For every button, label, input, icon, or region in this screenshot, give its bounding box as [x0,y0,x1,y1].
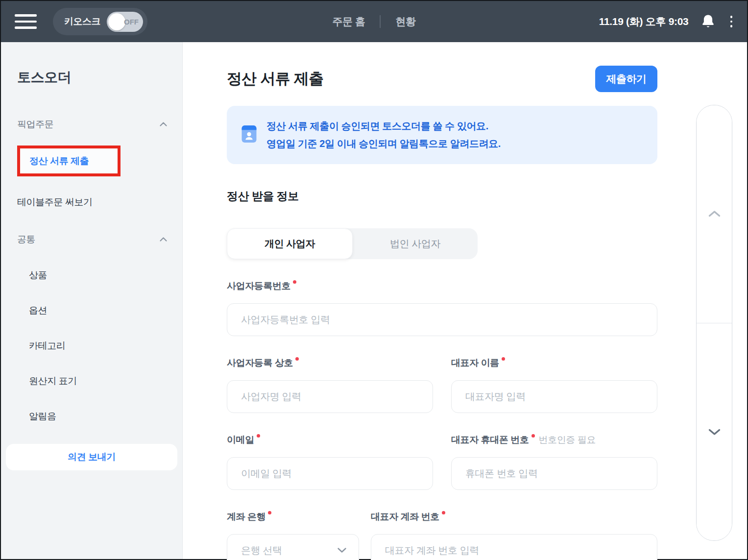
id-card-icon [241,125,257,145]
scroll-up-button[interactable] [697,105,732,323]
required-dot [257,434,260,438]
field-label: 사업자등록번호 [227,280,657,292]
tab-corporate-business[interactable]: 법인 사업자 [353,228,478,259]
scroll-down-button[interactable] [697,323,732,541]
sidebar-item-products[interactable]: 상품 [29,269,182,281]
page-body: 토스오더 픽업주문 정산 서류 제출 테이블주문 써보기 공통 상품 옵션 카테… [1,42,747,559]
nav-divider [380,15,381,28]
toggle-state-label: OFF [124,18,139,26]
toggle-knob [108,13,125,30]
topbar-right: 11.19 (화) 오후 9:03 [599,14,735,29]
main-header: 정산 서류 제출 제출하기 [227,66,657,92]
required-dot [295,357,299,361]
field-business-name: 사업자등록 상호 [227,357,433,413]
sidebar-item-settlement-docs[interactable]: 정산 서류 제출 [20,155,89,168]
notice-line-2: 영업일 기준 2일 이내 승인되며 알림톡으로 알려드려요. [266,136,501,152]
business-type-tabs: 개인 사업자 법인 사업자 [227,228,478,259]
topbar: 키오스크 OFF 주문 홈 현황 11.19 (화) 오후 9:03 [1,1,747,42]
red-annotation-box: 정산 서류 제출 [17,146,121,176]
field-label: 대표자 계좌 번호 [371,511,657,523]
field-business-number: 사업자등록번호 [227,280,657,336]
more-options-icon[interactable] [727,14,736,29]
field-bank: 계좌 은행 은행 선택 [227,511,359,560]
field-label: 사업자등록 상호 [227,357,433,369]
sidebar-group-common[interactable]: 공통 [17,233,168,246]
send-feedback-button[interactable]: 의견 보내기 [6,444,177,470]
datetime-label: 11.19 (화) 오후 9:03 [599,15,689,28]
field-ceo-name: 대표자 이름 [451,357,657,413]
field-label: 이메일 [227,434,433,446]
app-window: 키오스크 OFF 주문 홈 현황 11.19 (화) 오후 9:03 [0,0,748,560]
sidebar-title: 토스오더 [17,68,182,87]
notice-banner: 정산 서류 제출이 승인되면 토스오더를 쓸 수 있어요. 영업일 기준 2일 … [227,106,657,164]
hamburger-menu-icon[interactable] [15,14,37,29]
field-email: 이메일 [227,434,433,490]
ceo-name-input[interactable] [451,380,657,413]
scroll-control [696,105,732,541]
tab-individual-business[interactable]: 개인 사업자 [227,228,353,259]
submit-button[interactable]: 제출하기 [595,66,657,92]
chevron-down-icon [337,546,347,555]
bank-select[interactable]: 은행 선택 [227,534,359,560]
business-number-input[interactable] [227,303,657,336]
notice-line-1: 정산 서류 제출이 승인되면 토스오더를 쓸 수 있어요. [266,118,501,134]
required-dot [502,357,505,361]
field-row-contact: 이메일 대표자 휴대폰 번호 번호인증 필요 [227,434,657,490]
page-title: 정산 서류 제출 [227,69,324,89]
sidebar-group-pickup[interactable]: 픽업주문 [17,118,168,131]
field-account-number: 대표자 계좌 번호 [371,511,657,560]
chevron-up-icon [159,120,168,129]
field-row-name: 사업자등록 상호 대표자 이름 [227,357,657,413]
sidebar-item-sound[interactable]: 알림음 [29,411,182,422]
email-input[interactable] [227,457,433,490]
required-dot [268,511,271,514]
field-label: 계좌 은행 [227,511,359,523]
required-dot [293,280,296,284]
main-content: 정산 서류 제출 제출하기 정산 서류 제출이 승인되면 토스오더를 쓸 수 있 [183,42,747,559]
sidebar: 토스오더 픽업주문 정산 서류 제출 테이블주문 써보기 공통 상품 옵션 카테… [1,42,183,559]
sidebar-item-options[interactable]: 옵션 [29,305,182,317]
phone-input[interactable] [451,457,657,490]
required-dot [442,511,445,514]
sidebar-item-origin[interactable]: 원산지 표기 [29,375,182,387]
kiosk-switch[interactable]: OFF [107,12,143,32]
sidebar-item-categories[interactable]: 카테고리 [29,340,182,352]
business-name-input[interactable] [227,380,433,413]
field-row-bank: 계좌 은행 은행 선택 대표자 계좌 번호 [227,511,657,560]
kiosk-toggle[interactable]: 키오스크 OFF [53,8,147,35]
bank-select-value: 은행 선택 [241,544,282,557]
required-dot [531,434,535,438]
phone-verification-note: 번호인증 필요 [539,434,596,446]
notification-bell-icon[interactable] [700,14,716,29]
kiosk-label: 키오스크 [64,15,100,28]
sidebar-item-table-order[interactable]: 테이블주문 써보기 [17,196,182,209]
field-phone: 대표자 휴대폰 번호 번호인증 필요 [451,434,657,490]
section-title-settlement-info: 정산 받을 정보 [227,189,657,204]
chevron-up-icon [159,235,168,244]
nav-order-home[interactable]: 주문 홈 [333,15,365,28]
top-navigation: 주문 홈 현황 [333,15,416,28]
account-number-input[interactable] [371,534,657,560]
nav-status[interactable]: 현황 [395,15,415,28]
field-label: 대표자 휴대폰 번호 번호인증 필요 [451,434,657,446]
notice-text: 정산 서류 제출이 승인되면 토스오더를 쓸 수 있어요. 영업일 기준 2일 … [266,118,501,152]
field-label: 대표자 이름 [451,357,657,369]
